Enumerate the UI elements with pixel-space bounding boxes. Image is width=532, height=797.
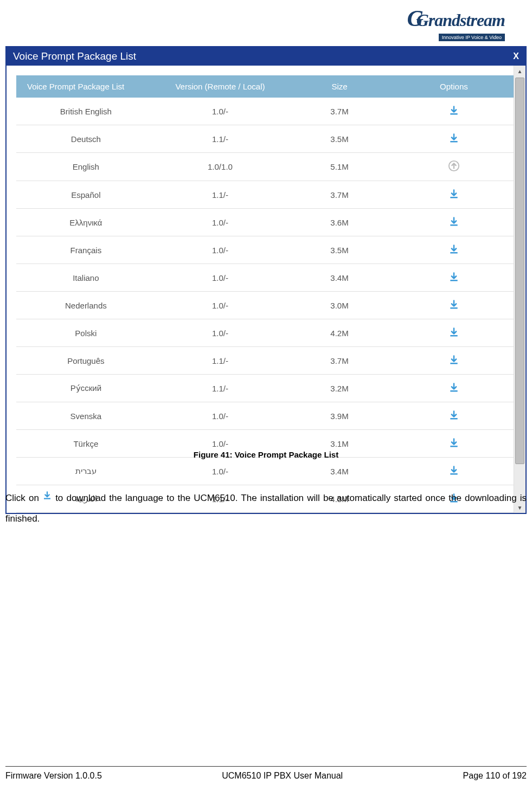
download-icon[interactable]: [448, 326, 460, 338]
download-icon[interactable]: [448, 409, 460, 421]
svg-rect-0: [450, 113, 457, 115]
voice-prompt-dialog: Voice Prompt Package List X Voice Prompt…: [5, 46, 527, 514]
cell-options: [394, 375, 514, 402]
col-options: Options: [394, 75, 514, 98]
vertical-scrollbar[interactable]: ▲ ▼: [514, 66, 525, 513]
cell-package-name: Français: [16, 236, 156, 264]
cell-size: 3.7M: [285, 98, 394, 125]
download-icon[interactable]: [448, 382, 460, 394]
download-icon[interactable]: [448, 243, 460, 255]
cell-package-name: English: [16, 153, 156, 181]
cell-package-name: Polski: [16, 319, 156, 347]
svg-rect-1: [450, 141, 457, 143]
download-icon[interactable]: [448, 132, 460, 144]
svg-rect-7: [450, 307, 457, 309]
instruction-part2: to download the language to the UCM6510.…: [5, 493, 527, 524]
cell-version: 1.0/-: [156, 98, 285, 125]
cell-package-name: Español: [16, 181, 156, 209]
table-row: עברית1.0/-3.4M: [16, 458, 514, 485]
download-icon[interactable]: [448, 188, 460, 200]
download-icon[interactable]: [448, 271, 460, 283]
svg-rect-9: [450, 363, 457, 364]
table-header-row: Voice Prompt Package List Version (Remot…: [16, 75, 514, 98]
dialog-header: Voice Prompt Package List X: [7, 47, 525, 66]
cell-options: [394, 125, 514, 153]
cell-package-name: Italiano: [16, 264, 156, 292]
cell-size: 3.4M: [285, 264, 394, 292]
footer-page: Page 110 of 192: [463, 771, 527, 781]
cell-version: 1.0/-: [156, 264, 285, 292]
svg-rect-11: [450, 418, 457, 420]
upload-disabled-icon: [448, 160, 460, 172]
cell-size: 3.0M: [285, 292, 394, 319]
cell-options: [394, 209, 514, 236]
svg-rect-5: [450, 252, 457, 254]
logo-tagline: Innovative IP Voice & Video: [439, 34, 505, 41]
cell-options: [394, 153, 514, 181]
cell-package-name: Deutsch: [16, 125, 156, 153]
dialog-title: Voice Prompt Package List: [13, 50, 136, 62]
cell-size: 3.5M: [285, 125, 394, 153]
instruction-text: Click on to download the language to the…: [5, 488, 527, 529]
cell-options: [394, 236, 514, 264]
cell-size: 3.2M: [285, 375, 394, 402]
cell-package-name: Português: [16, 347, 156, 375]
cell-size: 3.4M: [285, 458, 394, 485]
table-row: British English1.0/-3.7M: [16, 98, 514, 125]
table-row: Italiano1.0/-3.4M: [16, 264, 514, 292]
cell-size: 5.1M: [285, 153, 394, 181]
cell-version: 1.1/-: [156, 347, 285, 375]
cell-size: 4.2M: [285, 319, 394, 347]
table-row: Français1.0/-3.5M: [16, 236, 514, 264]
table-row: Svenska1.0/-3.9M: [16, 402, 514, 430]
cell-version: 1.0/-: [156, 458, 285, 485]
download-icon[interactable]: [448, 354, 460, 366]
table-row: Português1.1/-3.7M: [16, 347, 514, 375]
cell-version: 1.1/-: [156, 181, 285, 209]
download-icon[interactable]: [448, 216, 460, 228]
cell-package-name: עברית: [16, 458, 156, 485]
table-row: Polski1.0/-4.2M: [16, 319, 514, 347]
cell-version: 1.1/-: [156, 125, 285, 153]
svg-rect-12: [450, 446, 457, 447]
cell-options: [394, 402, 514, 430]
close-icon[interactable]: X: [513, 52, 519, 61]
cell-options: [394, 319, 514, 347]
package-table: Voice Prompt Package List Version (Remot…: [16, 75, 514, 513]
svg-rect-3: [450, 197, 457, 198]
footer-title: UCM6510 IP PBX User Manual: [222, 771, 343, 781]
cell-package-name: Ру́сский: [16, 375, 156, 402]
cell-options: [394, 264, 514, 292]
figure-caption: Figure 41: Voice Prompt Package List: [0, 450, 532, 459]
download-icon[interactable]: [448, 437, 460, 449]
scroll-up-icon[interactable]: ▲: [514, 66, 525, 76]
table-row: Ру́сский1.1/-3.2M: [16, 375, 514, 402]
cell-size: 3.7M: [285, 181, 394, 209]
download-icon[interactable]: [448, 105, 460, 117]
cell-size: 3.9M: [285, 402, 394, 430]
table-row: English1.0/1.05.1M: [16, 153, 514, 181]
col-package: Voice Prompt Package List: [16, 75, 156, 98]
col-size: Size: [285, 75, 394, 98]
cell-options: [394, 181, 514, 209]
svg-rect-6: [450, 280, 457, 281]
cell-options: [394, 347, 514, 375]
download-icon[interactable]: [448, 299, 460, 311]
col-version: Version (Remote / Local): [156, 75, 285, 98]
cell-version: 1.0/-: [156, 402, 285, 430]
cell-version: 1.0/1.0: [156, 153, 285, 181]
footer-firmware: Firmware Version 1.0.0.5: [5, 771, 102, 781]
cell-size: 3.6M: [285, 209, 394, 236]
page-footer: Firmware Version 1.0.0.5 UCM6510 IP PBX …: [5, 766, 527, 781]
svg-rect-10: [450, 390, 457, 392]
download-icon: [42, 487, 52, 507]
cell-version: 1.0/-: [156, 292, 285, 319]
logo-text: Grandstream: [416, 10, 505, 30]
cell-size: 3.7M: [285, 347, 394, 375]
cell-size: 3.5M: [285, 236, 394, 264]
brand-logo: GGrandstream Innovative IP Voice & Video: [407, 5, 505, 41]
cell-package-name: Nederlands: [16, 292, 156, 319]
download-icon[interactable]: [448, 465, 460, 477]
scroll-thumb[interactable]: [515, 78, 524, 464]
cell-package-name: British English: [16, 98, 156, 125]
